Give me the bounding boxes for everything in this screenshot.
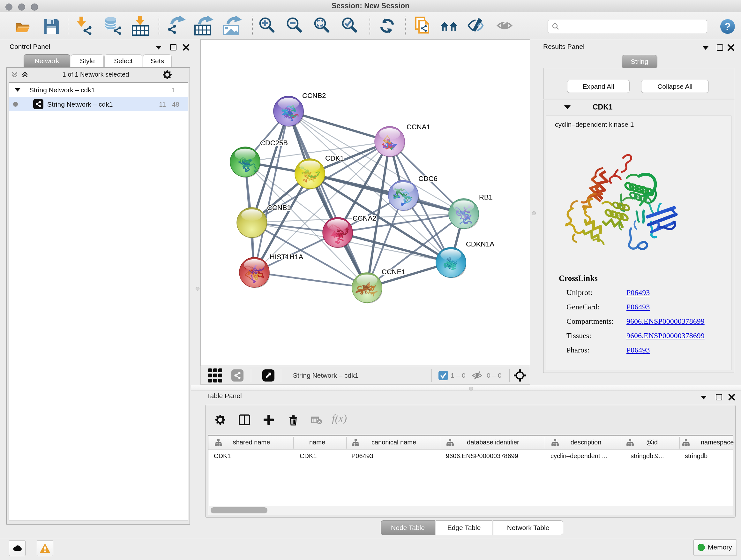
svg-text:HIST1H1A: HIST1H1A	[270, 253, 303, 261]
svg-text:CDKN1A: CDKN1A	[466, 240, 495, 248]
svg-text:CDK1: CDK1	[325, 154, 344, 162]
svg-text:?: ?	[724, 20, 731, 33]
svg-text:CCNB1: CCNB1	[267, 204, 291, 212]
svg-text:CCNA2: CCNA2	[353, 214, 377, 222]
svg-text:CCNE1: CCNE1	[382, 268, 406, 276]
svg-text:CCNB2: CCNB2	[302, 91, 326, 100]
svg-text:CDC25B: CDC25B	[260, 139, 288, 147]
svg-text:CCNA1: CCNA1	[407, 123, 430, 131]
svg-text:CDC6: CDC6	[418, 175, 437, 183]
svg-text:RB1: RB1	[479, 193, 493, 201]
